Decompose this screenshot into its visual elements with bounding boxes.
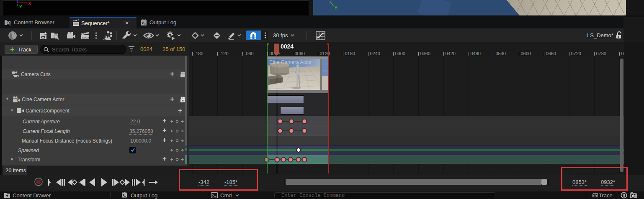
svg-text:Y: Y [335,6,337,10]
svg-text:X: X [28,1,31,6]
svg-text:Y: Y [19,4,23,9]
